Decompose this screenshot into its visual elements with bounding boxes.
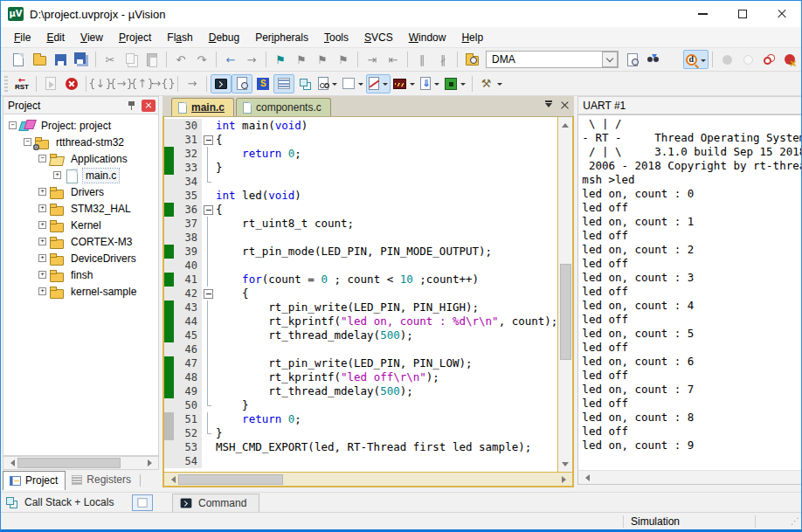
tree-item-kernel[interactable]: +Kernel (3, 217, 158, 233)
tree-item-stm32-hal[interactable]: +STM32_HAL (3, 200, 158, 217)
tab-command[interactable]: Command (172, 494, 259, 512)
search-combo-dropdown[interactable] (602, 52, 618, 67)
menu-project[interactable]: Project (111, 29, 159, 46)
expander-plus-icon[interactable]: + (53, 171, 61, 179)
symbol-window-button[interactable] (252, 74, 273, 93)
scroll-thumb[interactable] (178, 474, 283, 485)
scroll-thumb[interactable] (560, 264, 571, 360)
fold-marker[interactable] (202, 287, 213, 301)
expander-plus-icon[interactable]: + (38, 221, 46, 229)
menu-debug[interactable]: Debug (201, 29, 247, 46)
save-button[interactable] (50, 50, 71, 69)
breakpoint-disable-all-button[interactable] (758, 50, 779, 69)
menu-file[interactable]: File (6, 29, 38, 46)
uart-hscrollbar[interactable] (578, 470, 802, 484)
tree-item-applications[interactable]: −Applications (3, 150, 158, 167)
scroll-left-arrow[interactable] (3, 457, 17, 469)
menu-flash[interactable]: Flash (159, 29, 200, 46)
watch-window-button[interactable] (315, 74, 340, 93)
editor-vscrollbar[interactable] (557, 117, 572, 472)
tree-item-finsh[interactable]: +finsh (3, 266, 158, 283)
expander-minus-icon[interactable]: − (24, 138, 31, 146)
trace-window-button[interactable] (418, 74, 442, 93)
show-next-statement-button[interactable]: → (182, 74, 203, 93)
save-all-button[interactable] (71, 50, 92, 69)
step-into-button[interactable]: {↓} (90, 74, 111, 93)
incremental-find-button[interactable] (643, 50, 664, 69)
menu-help[interactable]: Help (453, 29, 491, 46)
callstack-window-button[interactable] (294, 74, 315, 93)
close-button[interactable] (762, 1, 801, 27)
fold-marker[interactable] (202, 133, 213, 147)
cut-button[interactable]: ✂ (100, 50, 121, 69)
navigate-back-button[interactable]: ← (220, 50, 241, 69)
uncomment-button[interactable]: ∦ (432, 50, 453, 69)
undo-button[interactable]: ↶ (170, 50, 191, 69)
project-tree-hscrollbar[interactable] (3, 456, 159, 470)
find-text-button[interactable] (683, 50, 709, 69)
panel-close-button[interactable] (142, 100, 156, 112)
expander-minus-icon[interactable]: − (38, 155, 46, 162)
comment-button[interactable]: ∥ (411, 50, 432, 69)
breakpoint-kill-all-button[interactable] (779, 50, 800, 69)
editor-hscrollbar[interactable] (164, 472, 572, 486)
project-tree[interactable]: −Project: project−rtthread-stm32−Applica… (3, 114, 159, 456)
open-folder-button[interactable] (29, 50, 50, 69)
scroll-right-arrow[interactable] (558, 473, 572, 486)
pin-icon[interactable] (128, 100, 135, 111)
resize-grip[interactable]: ⋰ (789, 516, 801, 526)
tab-project[interactable]: Project (3, 471, 66, 490)
run-to-cursor-button[interactable]: →{} (153, 74, 174, 93)
expander-plus-icon[interactable]: + (38, 254, 46, 262)
redo-button[interactable]: ↷ (191, 50, 212, 69)
step-over-button[interactable]: {→} (111, 74, 132, 93)
editor-tab-components-c[interactable]: components.c (236, 98, 331, 116)
unindent-button[interactable]: ⇤ (383, 50, 404, 69)
memory-window-button[interactable] (340, 74, 366, 93)
fold-marker[interactable] (202, 203, 213, 217)
expander-plus-icon[interactable]: + (38, 271, 46, 279)
expander-plus-icon[interactable]: + (38, 204, 46, 212)
tree-item-kernel-sample[interactable]: +kernel-sample (3, 283, 158, 300)
tree-item-cortex-m3[interactable]: +CORTEX-M3 (3, 233, 158, 250)
expander-plus-icon[interactable]: + (38, 238, 46, 245)
command-window-button[interactable] (211, 74, 232, 93)
run-button[interactable] (40, 74, 61, 93)
tree-item-devicedrivers[interactable]: +DeviceDrivers (3, 250, 158, 266)
tree-item-main-c[interactable]: +main.c (3, 167, 158, 183)
scroll-left-arrow[interactable] (164, 473, 178, 486)
expander-minus-icon[interactable]: − (9, 121, 17, 129)
scroll-up-arrow[interactable] (558, 117, 572, 129)
menu-tools[interactable]: Tools (316, 29, 356, 46)
scroll-down-arrow[interactable] (558, 459, 572, 472)
navigate-forward-button[interactable]: → (241, 50, 262, 69)
serial-window-button[interactable] (366, 74, 391, 93)
search-combo[interactable]: DMA (486, 51, 619, 68)
uart-output[interactable]: \ | / - RT - Thread Operating System / |… (578, 115, 802, 470)
reset-button[interactable]: ←RST (11, 74, 32, 93)
tree-item-drivers[interactable]: +Drivers (3, 183, 158, 200)
breakpoint-insert-button[interactable] (716, 50, 737, 69)
disassembly-window-button[interactable] (232, 74, 252, 93)
toolbox-button[interactable]: ⚒ (476, 74, 505, 93)
scroll-right-arrow[interactable] (144, 457, 158, 469)
find-in-files-button[interactable] (622, 50, 643, 69)
menu-window[interactable]: Window (401, 29, 454, 46)
registers-window-button[interactable] (273, 74, 294, 93)
memory-button[interactable] (132, 494, 153, 511)
bookmark-clear-button[interactable]: ⚑ (333, 50, 354, 69)
indent-button[interactable]: ⇥ (362, 50, 383, 69)
bookmark-toggle-button[interactable]: ⚑ (270, 50, 291, 69)
document-list-icon[interactable] (545, 103, 552, 111)
bookmark-prev-button[interactable]: ⚑ (291, 50, 312, 69)
find-in-files-folder-button[interactable] (461, 50, 482, 69)
copy-button[interactable] (121, 50, 142, 69)
expander-plus-icon[interactable]: + (38, 287, 46, 295)
scroll-left-arrow[interactable] (578, 472, 592, 484)
breakpoint-enable-button[interactable] (737, 50, 758, 69)
close-document-icon[interactable] (561, 101, 569, 109)
system-viewer-button[interactable] (442, 74, 468, 93)
minimize-button[interactable] (683, 1, 722, 27)
analysis-window-button[interactable] (391, 74, 418, 93)
menu-view[interactable]: View (73, 29, 111, 46)
